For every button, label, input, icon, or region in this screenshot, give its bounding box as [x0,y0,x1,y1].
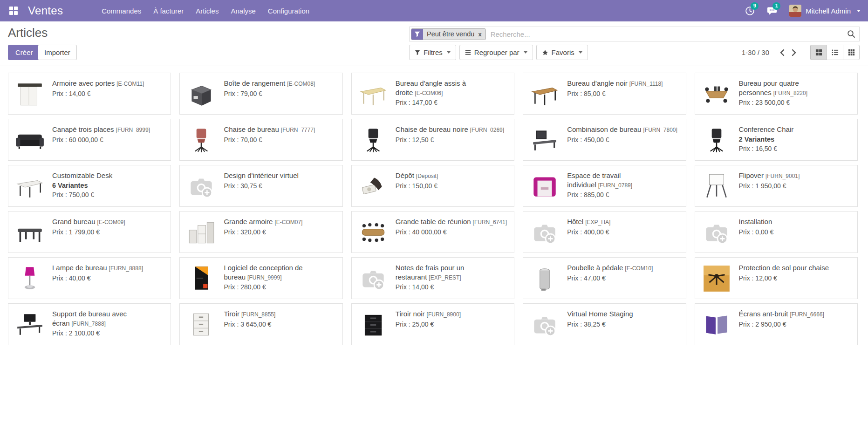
product-card[interactable]: Grand bureau[E-COM09] Prix : 1 799,00 € [8,211,171,253]
group-by-button[interactable]: Regrouper par [459,45,533,60]
pod-thumbnail [528,170,561,203]
product-price: Prix : 1 799,00 € [52,228,166,236]
product-card[interactable]: Armoire avec portes[E-COM11] Prix : 14,0… [8,73,171,115]
activities-clock-icon[interactable]: 9 [745,6,755,16]
product-name[interactable]: Virtual Home Staging [567,310,633,318]
pager-previous-icon[interactable] [776,45,788,60]
product-card[interactable]: Bureau d'angle assis à droite[E-COM06] P… [351,73,514,115]
product-name[interactable]: Poubelle à pédale [567,264,623,272]
product-card[interactable]: Conference Chair 2 Variantes Prix : 16,5… [695,119,858,161]
apps-grid-icon[interactable] [7,5,20,17]
product-ref: [E-COM07] [274,219,302,225]
user-menu[interactable]: Mitchell Admin [789,5,861,17]
product-card[interactable]: Bureau pour quatre personnes[FURN_8220] … [695,73,858,115]
product-name[interactable]: Tiroir [224,310,239,318]
product-name[interactable]: Lampe de bureau [52,264,107,272]
product-card[interactable]: Virtual Home Staging Prix : 38,25 € [523,303,686,345]
product-variants: 6 Variantes [52,182,166,189]
menu-item-analyse[interactable]: Analyse [225,0,261,21]
kanban-view-icon[interactable] [810,45,827,60]
product-card[interactable]: Support de bureau avec écran[FURN_7888] … [8,303,171,345]
product-name[interactable]: Canapé trois places [52,125,114,133]
chevron-down-icon [524,51,527,54]
facet-remove-icon[interactable]: x [478,31,481,37]
product-name[interactable]: Grande armoire [224,218,273,225]
product-card[interactable]: Installation Prix : 0,00 € [695,211,858,253]
menu-item-configuration[interactable]: Configuration [262,0,315,21]
filters-button[interactable]: Filtres [409,45,456,60]
product-card[interactable]: Grande armoire[E-COM07] Prix : 320,00 € [179,211,342,253]
product-name[interactable]: Hôtel [567,218,583,225]
search-input[interactable] [486,30,847,38]
product-card[interactable]: Canapé trois places[FURN_8999] Prix : 60… [8,119,171,161]
product-name[interactable]: Tiroir noir [396,310,425,318]
product-ref: [FURN_1118] [629,81,663,87]
product-price: Prix : 147,00 € [396,99,509,106]
product-name[interactable]: Grande table de réunion [396,218,471,225]
product-name[interactable]: Chaise de bureau [224,125,279,133]
list-view-icon[interactable] [827,45,843,60]
product-card[interactable]: Tiroir[FURN_8855] Prix : 3 645,00 € [179,303,342,345]
product-ref: [FURN_6666] [790,311,824,318]
product-card[interactable]: Customizable Desk 6 Variantes Prix : 750… [8,165,171,207]
product-card[interactable]: Hôtel[EXP_HA] Prix : 400,00 € [523,211,686,253]
cabinets-thumbnail [185,216,218,249]
pager-next-icon[interactable] [788,45,800,60]
product-name[interactable]: Écrans ant-bruit [739,310,788,318]
product-name[interactable]: Customizable Desk [52,171,112,179]
desk-screen-thumbnail [528,123,561,157]
product-card[interactable]: Notes de frais pour un restaurant[EXP_RE… [351,257,514,299]
product-card[interactable]: Tiroir noir[FURN_8900] Prix : 25,00 € [351,303,514,345]
product-price: Prix : 2 100,00 € [52,329,166,337]
product-name[interactable]: Flipover [739,171,764,179]
menu-item-articles[interactable]: Articles [190,0,225,21]
product-name[interactable]: Design d'intérieur virtuel [224,171,298,179]
product-name[interactable]: Armoire avec portes [52,79,115,87]
favorites-button[interactable]: Favoris [536,45,588,60]
product-name[interactable]: Protection de sol pour chaise [739,264,829,272]
product-ref: [FURN_8999] [116,127,150,133]
product-card[interactable]: Poubelle à pédale[E-COM10] Prix : 47,00 … [523,257,686,299]
search-icon[interactable] [847,30,855,38]
product-card[interactable]: Protection de sol pour chaise Prix : 12,… [695,257,858,299]
product-card[interactable]: Dépôt[Deposit] Prix : 150,00 € [351,165,514,207]
product-ref: [EXP_REST] [429,274,461,281]
menu-item-commandes[interactable]: Commandes [96,0,147,21]
product-name[interactable]: Grand bureau [52,218,96,225]
product-card[interactable]: Flipover[FURN_9001] Prix : 1 950,00 € [695,165,858,207]
product-card[interactable]: Combinaison de bureau[FURN_7800] Prix : … [523,119,686,161]
product-price: Prix : 0,00 € [739,228,853,236]
product-card[interactable]: Logiciel de conception de bureau[FURN_99… [179,257,342,299]
bin-thumbnail [528,262,561,295]
create-button[interactable]: Créer [8,45,41,60]
product-ref: [FURN_8855] [241,311,275,318]
product-price: Prix : 14,00 € [52,90,166,97]
search-facet: Peut être vendu x [411,28,486,40]
menu-item--facturer[interactable]: À facturer [147,0,190,21]
product-card[interactable]: Boîte de rangement[E-COM08] Prix : 79,00… [179,73,342,115]
product-card[interactable]: Grande table de réunion[FURN_6741] Prix … [351,211,514,253]
product-card[interactable]: Bureau d'angle noir[FURN_1118] Prix : 85… [523,73,686,115]
product-ref: [Deposit] [416,173,438,179]
product-card[interactable]: Chaise de bureau noire[FURN_0269] Prix :… [351,119,514,161]
product-card[interactable]: Écrans ant-bruit[FURN_6666] Prix : 2 950… [695,303,858,345]
product-price: Prix : 400,00 € [567,228,681,236]
product-name[interactable]: Installation [739,218,772,225]
product-name[interactable]: Conference Chair [739,125,794,133]
product-name[interactable]: Dépôt [396,171,414,179]
messages-chat-icon[interactable]: 1 [767,6,777,16]
product-card[interactable]: Lampe de bureau[FURN_8888] Prix : 40,00 … [8,257,171,299]
product-name[interactable]: Combinaison de bureau [567,125,641,133]
chevron-down-icon [857,10,861,12]
product-price: Prix : 1 950,00 € [739,182,853,190]
product-card[interactable]: Espace de travail individuel[FURN_0789] … [523,165,686,207]
product-card[interactable]: Chaise de bureau[FURN_7777] Prix : 70,00… [179,119,342,161]
app-title[interactable]: Ventes [28,4,63,17]
grid-view-icon[interactable] [843,45,860,60]
import-button[interactable]: Importer [38,45,77,60]
product-name[interactable]: Bureau d'angle noir [567,79,628,87]
product-name[interactable]: Boîte de rangement [224,79,285,87]
product-card[interactable]: Design d'intérieur virtuel Prix : 30,75 … [179,165,342,207]
funnel-icon [415,50,420,55]
product-name[interactable]: Chaise de bureau noire [396,125,468,133]
